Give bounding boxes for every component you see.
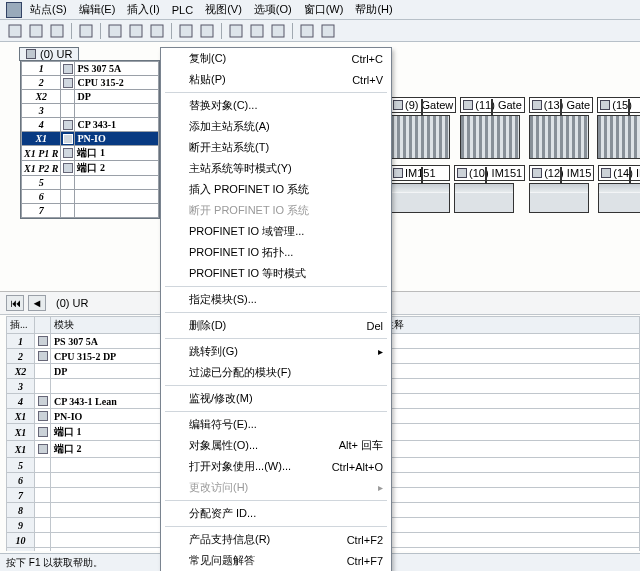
- svg-rect-1: [30, 25, 42, 37]
- device[interactable]: (14) IM15: [598, 165, 640, 213]
- catalog-button[interactable]: [269, 22, 287, 40]
- nav-first[interactable]: ⏮: [6, 295, 24, 311]
- rack-row[interactable]: X1PN-IO: [22, 132, 159, 146]
- rack-frame[interactable]: (0) UR 1PS 307 5A2CPU 315-2X2DP34CP 343-…: [20, 60, 160, 219]
- rack-row[interactable]: 5: [22, 176, 159, 190]
- ctx-item[interactable]: PROFINET IO 等时模式: [161, 263, 391, 284]
- grid-header[interactable]: 注释: [381, 317, 640, 334]
- ctx-item[interactable]: PROFINET IO 域管理...: [161, 221, 391, 242]
- rack-row[interactable]: X1 P1 R端口 1: [22, 146, 159, 161]
- device[interactable]: (13) Gate: [529, 97, 593, 159]
- download-button[interactable]: [177, 22, 195, 40]
- device[interactable]: (10) IM151: [454, 165, 525, 213]
- ctx-item[interactable]: 主站系统等时模式(Y): [161, 158, 391, 179]
- cut-button[interactable]: [106, 22, 124, 40]
- svg-rect-4: [109, 25, 121, 37]
- ctx-item[interactable]: 打开对象使用...(W)...Ctrl+Alt+O: [161, 456, 391, 477]
- rack-row[interactable]: 4CP 343-1: [22, 118, 159, 132]
- device[interactable]: (9) Gatew: [390, 97, 456, 159]
- grid2-button[interactable]: [248, 22, 266, 40]
- svg-rect-8: [201, 25, 213, 37]
- device[interactable]: (15): [597, 97, 640, 159]
- device[interactable]: IM151: [390, 165, 450, 213]
- ctx-item[interactable]: 常见问题解答Ctrl+F7: [161, 550, 391, 571]
- ctx-item[interactable]: 插入 PROFINET IO 系统: [161, 179, 391, 200]
- grid-header[interactable]: 插...: [7, 317, 35, 334]
- menu-item[interactable]: 选项(O): [250, 1, 296, 18]
- menu-item[interactable]: PLC: [168, 3, 197, 17]
- net-button[interactable]: [298, 22, 316, 40]
- device[interactable]: (12) IM15: [529, 165, 594, 213]
- menu-item[interactable]: 帮助(H): [351, 1, 396, 18]
- ctx-item[interactable]: 分配资产 ID...: [161, 503, 391, 524]
- svg-rect-0: [9, 25, 21, 37]
- toolbar: [0, 20, 640, 42]
- menu-item[interactable]: 编辑(E): [75, 1, 120, 18]
- ctx-item[interactable]: PROFINET IO 拓扑...: [161, 242, 391, 263]
- menu-item[interactable]: 窗口(W): [300, 1, 348, 18]
- ctx-item[interactable]: 断开主站系统(T): [161, 137, 391, 158]
- rack-row[interactable]: X1 P2 R端口 2: [22, 161, 159, 176]
- svg-rect-2: [51, 25, 63, 37]
- svg-rect-10: [251, 25, 263, 37]
- help-button[interactable]: [319, 22, 337, 40]
- upload-button[interactable]: [198, 22, 216, 40]
- svg-rect-9: [230, 25, 242, 37]
- ctx-item[interactable]: 跳转到(G): [161, 341, 391, 362]
- app-icon: [6, 2, 22, 18]
- rack-row[interactable]: 7: [22, 204, 159, 218]
- open-button[interactable]: [27, 22, 45, 40]
- rack-row[interactable]: 2CPU 315-2: [22, 76, 159, 90]
- ctx-item[interactable]: 替换对象(C)...: [161, 95, 391, 116]
- ctx-item[interactable]: 过滤已分配的模块(F): [161, 362, 391, 383]
- svg-rect-13: [322, 25, 334, 37]
- rack-row[interactable]: X2DP: [22, 90, 159, 104]
- topology-area: (9) Gatew(11) Gate(13) Gate(15)IM151(10)…: [390, 97, 640, 213]
- rack-table[interactable]: 1PS 307 5A2CPU 315-2X2DP34CP 343-1X1PN-I…: [21, 61, 159, 218]
- save-button[interactable]: [48, 22, 66, 40]
- device[interactable]: (11) Gate: [460, 97, 524, 159]
- nav-prev[interactable]: ◄: [28, 295, 46, 311]
- rack-title: (0) UR: [19, 47, 79, 61]
- svg-rect-11: [272, 25, 284, 37]
- svg-rect-7: [180, 25, 192, 37]
- svg-rect-12: [301, 25, 313, 37]
- new-button[interactable]: [6, 22, 24, 40]
- svg-rect-3: [80, 25, 92, 37]
- ctx-item[interactable]: 产品支持信息(R)Ctrl+F2: [161, 529, 391, 550]
- menu-item[interactable]: 插入(I): [123, 1, 163, 18]
- rack-row[interactable]: 6: [22, 190, 159, 204]
- menu-item[interactable]: 视图(V): [201, 1, 246, 18]
- rack-row[interactable]: 3: [22, 104, 159, 118]
- svg-rect-6: [151, 25, 163, 37]
- svg-rect-5: [130, 25, 142, 37]
- menu-item[interactable]: 站点(S): [26, 1, 71, 18]
- ctx-item[interactable]: 对象属性(O)...Alt+ 回车: [161, 435, 391, 456]
- rack-row[interactable]: 1PS 307 5A: [22, 62, 159, 76]
- ctx-item[interactable]: 粘贴(P)Ctrl+V: [161, 69, 391, 90]
- grid-header[interactable]: [35, 317, 51, 334]
- ctx-item: 更改访问(H): [161, 477, 391, 498]
- ctx-item[interactable]: 删除(D)Del: [161, 315, 391, 336]
- copy-button[interactable]: [127, 22, 145, 40]
- menu-bar: 站点(S)编辑(E)插入(I)PLC视图(V)选项(O)窗口(W)帮助(H): [0, 0, 640, 20]
- ctx-item[interactable]: 编辑符号(E)...: [161, 414, 391, 435]
- paste-button[interactable]: [148, 22, 166, 40]
- ctx-item: 断开 PROFINET IO 系统: [161, 200, 391, 221]
- context-menu[interactable]: 复制(C)Ctrl+C粘贴(P)Ctrl+V替换对象(C)...添加主站系统(A…: [160, 47, 392, 571]
- print-button[interactable]: [77, 22, 95, 40]
- grid-header[interactable]: 模块: [51, 317, 161, 334]
- ctx-item[interactable]: 监视/修改(M): [161, 388, 391, 409]
- grid1-button[interactable]: [227, 22, 245, 40]
- ctx-item[interactable]: 添加主站系统(A): [161, 116, 391, 137]
- ctx-item[interactable]: 指定模块(S)...: [161, 289, 391, 310]
- ctx-item[interactable]: 复制(C)Ctrl+C: [161, 48, 391, 69]
